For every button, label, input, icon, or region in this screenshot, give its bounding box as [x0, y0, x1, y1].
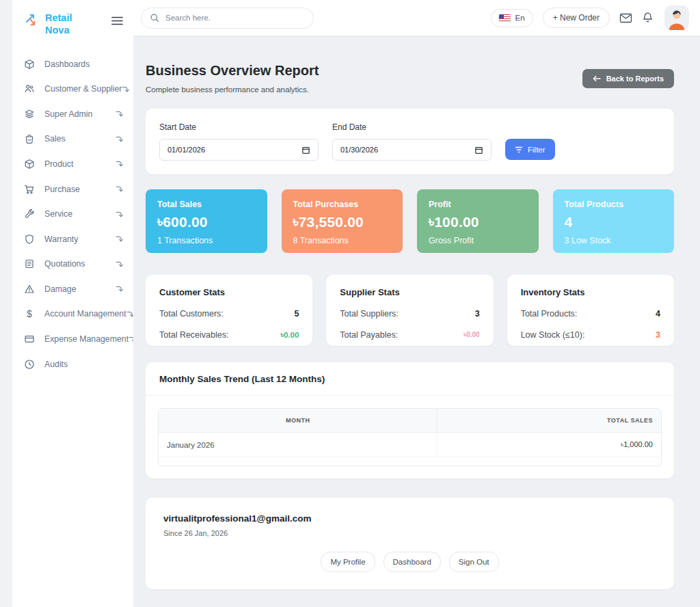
start-date-field: Start Date 01/01/2026 [159, 122, 319, 161]
sales-trend-table: MONTH TOTAL SALES January 2026 ৳1,000.00 [158, 408, 662, 466]
summary-cards: Total Sales ৳600.00 1 Transactions Total… [146, 189, 674, 253]
submenu-arrow-icon [116, 160, 123, 167]
end-date-field: End Date 01/30/2026 [332, 122, 492, 161]
brand[interactable]: Retail Nova [12, 0, 133, 36]
mail-icon[interactable] [619, 12, 632, 24]
customer-stats-card: Customer Stats Total Customers: 5 Total … [146, 275, 312, 346]
sidebar-item-super-admin[interactable]: Super Admin [12, 101, 133, 126]
sidebar-item-expense-management[interactable]: Expense Management [12, 327, 133, 352]
sidebar-item-sales[interactable]: Sales [12, 126, 133, 152]
column-header-month: MONTH [159, 409, 438, 433]
sidebar-item-quotations[interactable]: Quotations [12, 252, 133, 277]
page-head: Business Overview Report Complete busine… [146, 63, 674, 94]
shopping-bag-icon [24, 133, 35, 144]
stat-row: Total Payables: ৳0.00 [340, 330, 479, 340]
topbar-actions: En + New Order [491, 5, 689, 30]
submenu-arrow-icon [116, 110, 123, 118]
credit-card-icon [24, 334, 35, 345]
sidebar-item-audits[interactable]: Audits [12, 351, 133, 377]
sidebar-item-dashboards[interactable]: Dashboards [12, 51, 133, 77]
us-flag-icon [499, 14, 511, 22]
profit-value: ৳100.00 [429, 214, 527, 230]
app-root: Retail Nova Dashboards Customer & Suppli… [0, 0, 700, 607]
stat-row: Total Customers: 5 [159, 309, 299, 319]
search-box[interactable] [141, 8, 314, 29]
sidebar-item-product[interactable]: Product [12, 152, 133, 177]
calendar-icon[interactable] [301, 146, 310, 154]
avatar[interactable] [664, 5, 689, 30]
monthly-sales-trend-card: Monthly Sales Trend (Last 12 Months) MON… [146, 362, 674, 478]
stat-row: Low Stock (≤10): 3 [521, 330, 660, 340]
sidebar-item-service[interactable]: Service [12, 202, 133, 227]
stat-row: Total Suppliers: 3 [340, 309, 479, 319]
account-since: Since 26 Jan, 2026 [163, 529, 656, 537]
bell-icon[interactable] [642, 12, 654, 24]
total-purchases-value: ৳73,550.00 [293, 214, 392, 230]
start-date-input[interactable]: 01/01/2026 [159, 139, 319, 161]
submenu-arrow-icon [122, 85, 129, 93]
submenu-arrow-icon [116, 285, 123, 293]
end-date-input[interactable]: 01/30/2026 [332, 139, 492, 161]
sidebar-item-warranty[interactable]: Warranty [12, 226, 133, 252]
new-order-button[interactable]: + New Order [543, 8, 610, 28]
document-icon [24, 258, 35, 269]
sidebar-item-purchase[interactable]: Purchase [12, 176, 133, 202]
wrench-icon [24, 208, 35, 219]
search-icon [150, 13, 159, 23]
inventory-stats-card: Inventory Stats Total Products: 4 Low St… [507, 275, 674, 346]
my-profile-button[interactable]: My Profile [321, 552, 375, 572]
supplier-stats-card: Supplier Stats Total Suppliers: 3 Total … [326, 275, 493, 346]
filter-button[interactable]: Filter [505, 139, 555, 160]
submenu-arrow-icon [116, 260, 123, 268]
layers-icon [24, 109, 35, 120]
month-cell: January 2026 [159, 433, 438, 457]
total-sales-value: ৳600.00 [157, 214, 256, 230]
back-to-reports-button[interactable]: Back to Reports [582, 69, 674, 88]
submenu-arrow-icon [116, 235, 123, 243]
total-products-value: 4 [565, 214, 663, 230]
dollar-icon: $ [24, 308, 35, 319]
logo-arrows-icon [24, 13, 38, 27]
total-sales-card: Total Sales ৳600.00 1 Transactions [146, 189, 267, 253]
search-input[interactable] [165, 14, 305, 22]
account-email: virtualitprofessional1@gmail.com [163, 513, 656, 524]
report-content: Business Overview Report Complete busine… [133, 36, 700, 607]
stat-row: Total Receivables: ৳0.00 [159, 330, 299, 340]
total-purchases-card: Total Purchases ৳73,550.00 8 Transaction… [282, 189, 403, 253]
users-icon [24, 83, 35, 94]
submenu-arrow-icon [116, 211, 123, 218]
cube-icon [24, 59, 35, 70]
stat-row: Total Products: 4 [521, 309, 660, 319]
sidebar-nav: Dashboards Customer & Supplier Super Adm… [12, 51, 133, 377]
end-date-label: End Date [332, 122, 492, 132]
sidebar-item-damage[interactable]: Damage [12, 277, 133, 302]
sidebar-item-account-management[interactable]: $ Account Management [12, 301, 133, 327]
calendar-icon[interactable] [474, 146, 483, 154]
language-button[interactable]: En [491, 9, 533, 27]
date-filter-panel: Start Date 01/01/2026 End Date 01/30/202… [146, 109, 674, 174]
submenu-arrow-icon [116, 135, 123, 143]
brand-name: Retail Nova [45, 12, 72, 36]
hamburger-icon[interactable] [111, 16, 124, 26]
cube-icon [24, 159, 35, 170]
filter-icon [515, 146, 523, 153]
submenu-arrow-icon [126, 310, 134, 318]
start-date-label: Start Date [159, 122, 319, 132]
submenu-arrow-icon [116, 185, 123, 193]
total-products-card: Total Products 4 3 Low Stock [553, 189, 675, 253]
topbar: En + New Order [133, 0, 700, 36]
table-row: January 2026 ৳1,000.00 [159, 433, 661, 457]
trend-title: Monthly Sales Trend (Last 12 Months) [146, 362, 674, 396]
stats-cards: Customer Stats Total Customers: 5 Total … [146, 275, 674, 346]
sign-out-button[interactable]: Sign Out [449, 552, 499, 572]
dashboard-button[interactable]: Dashboard [383, 552, 441, 572]
sidebar: Retail Nova Dashboards Customer & Suppli… [12, 0, 133, 607]
cart-icon [24, 184, 35, 195]
sidebar-item-customer-supplier[interactable]: Customer & Supplier [12, 77, 133, 102]
page-subtitle: Complete business performance and analyt… [146, 85, 319, 94]
account-actions: My Profile Dashboard Sign Out [163, 552, 656, 572]
total-sales-cell: ৳1,000.00 [438, 433, 661, 457]
clock-icon [24, 359, 35, 370]
arrow-left-icon [593, 75, 601, 82]
column-header-total-sales: TOTAL SALES [438, 409, 661, 433]
